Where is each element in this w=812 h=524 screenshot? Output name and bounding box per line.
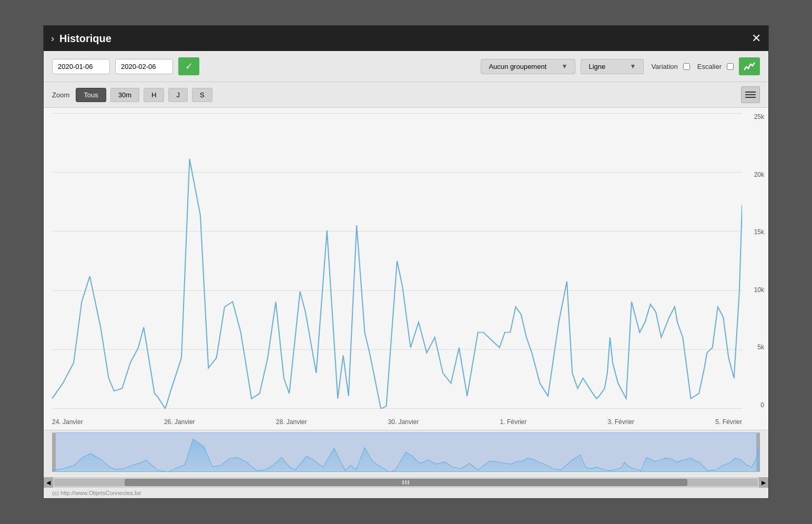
x-label: 26. Janvier	[164, 418, 195, 426]
y-axis: 25k 20k 15k 10k 5k 0	[754, 113, 764, 409]
grouping-label: Aucun groupement	[489, 63, 546, 70]
grouping-arrow-icon: ▼	[562, 63, 568, 70]
line-type-arrow-icon: ▼	[630, 63, 636, 70]
zoom-bar: Zoom Tous 30m H J S	[44, 82, 768, 108]
zoom-j-button[interactable]: J	[168, 88, 188, 102]
close-button[interactable]: ✕	[752, 32, 761, 45]
zoom-s-button[interactable]: S	[192, 88, 212, 102]
x-label: 3. Février	[607, 418, 634, 426]
x-label: 28. Janvier	[276, 418, 307, 426]
chevron-icon[interactable]: ›	[51, 33, 54, 44]
line-type-label: Ligne	[588, 63, 605, 70]
confirm-button[interactable]: ✓	[178, 57, 199, 75]
x-label: 24. Janvier	[52, 418, 83, 426]
variation-toggle[interactable]	[683, 63, 690, 70]
menu-line-2	[745, 94, 756, 95]
y-label: 15k	[754, 228, 764, 236]
mini-chart-area: 24. Janvier 26. Janvier 28. Janvier 30. …	[44, 430, 768, 488]
x-label: 5. Février	[715, 418, 742, 426]
title-bar: › Historique ✕	[44, 26, 768, 51]
chart-type-button[interactable]	[739, 57, 760, 75]
line-chart-icon	[744, 62, 755, 71]
grip-dot	[408, 480, 409, 485]
grip-dot	[405, 480, 407, 485]
y-label: 10k	[754, 286, 764, 294]
zoom-label: Zoom	[52, 91, 69, 99]
zoom-h-button[interactable]: H	[144, 88, 164, 102]
main-window: › Historique ✕ ✓ Aucun groupement ▼ Lign…	[43, 25, 769, 499]
window-title: Historique	[59, 33, 111, 45]
line-type-select[interactable]: Ligne ▼	[581, 59, 644, 74]
y-label: 0	[754, 401, 764, 409]
svg-marker-0	[52, 439, 760, 472]
y-label: 20k	[754, 171, 764, 178]
mini-chart-svg	[52, 432, 760, 472]
grouping-select[interactable]: Aucun groupement ▼	[481, 59, 575, 74]
date-from-input[interactable]	[52, 59, 110, 74]
zoom-30m-button[interactable]: 30m	[110, 88, 139, 102]
scroll-left-button[interactable]: ◀	[44, 477, 53, 488]
main-chart-area: 25k 20k 15k 10k 5k 0 24. Janvier 26. Jan…	[44, 108, 768, 430]
toolbar: ✓ Aucun groupement ▼ Ligne ▼ Variation E…	[44, 51, 768, 82]
x-label: 1. Février	[500, 418, 527, 426]
scroll-right-button[interactable]: ▶	[759, 477, 768, 488]
y-label: 25k	[754, 113, 764, 120]
x-label: 30. Janvier	[388, 418, 419, 426]
scrollbar[interactable]: ◀ ▶	[44, 477, 768, 488]
copyright: (c) http://www.ObjetsConnectes.be	[44, 488, 768, 498]
escalier-label: Escalier	[697, 63, 722, 70]
date-to-input[interactable]	[115, 59, 173, 74]
escalier-toggle[interactable]	[727, 63, 734, 70]
scroll-thumb[interactable]	[125, 479, 687, 486]
scroll-track[interactable]	[54, 479, 758, 486]
scroll-thumb-grip	[402, 480, 409, 485]
grip-dot	[402, 480, 404, 485]
menu-button[interactable]	[741, 86, 760, 103]
variation-label: Variation	[651, 63, 677, 70]
menu-line-3	[745, 97, 756, 98]
main-chart-svg	[52, 113, 742, 409]
mini-chart-inner	[52, 432, 760, 472]
y-label: 5k	[754, 344, 764, 351]
x-axis: 24. Janvier 26. Janvier 28. Janvier 30. …	[52, 418, 742, 426]
zoom-tous-button[interactable]: Tous	[76, 88, 106, 102]
menu-line-1	[745, 92, 756, 93]
